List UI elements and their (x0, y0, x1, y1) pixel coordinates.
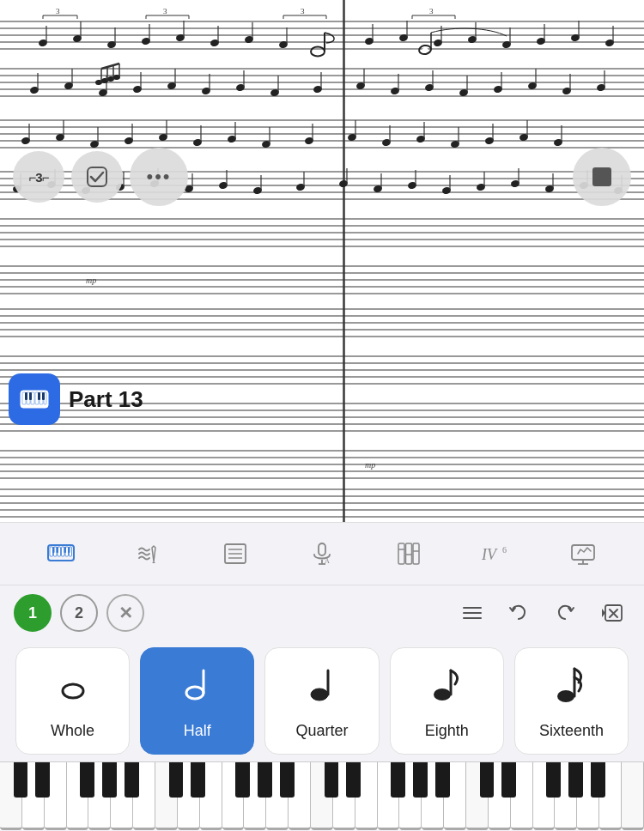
svg-rect-20 (52, 547, 55, 553)
part-label: Part 13 (69, 386, 143, 413)
sheet-music-area: Part 13 ⌐3⌐ ••• (0, 0, 644, 524)
svg-text:IV: IV (481, 546, 498, 563)
black-key-1-0[interactable] (169, 762, 184, 798)
svg-rect-23 (68, 547, 70, 553)
icon-toolbar: A IV 6 (0, 523, 644, 585)
svg-rect-22 (64, 547, 66, 553)
svg-rect-40 (572, 545, 594, 560)
number-row: 1 2 ✕ (0, 585, 644, 640)
black-key-2-2[interactable] (391, 762, 405, 798)
delete-icon (598, 602, 624, 624)
black-key-1-2[interactable] (235, 762, 250, 798)
toolbar-display-icon[interactable] (564, 535, 602, 573)
svg-rect-10 (38, 392, 40, 400)
black-key-3-0[interactable] (480, 762, 495, 798)
black-key-2-3[interactable] (413, 762, 428, 798)
sixteenth-note-label: Sixteenth (539, 722, 604, 740)
toolbar-lines-icon[interactable] (216, 535, 254, 573)
svg-point-50 (68, 688, 78, 695)
black-key-0-2[interactable] (80, 762, 94, 798)
black-key-3-4[interactable] (591, 762, 605, 798)
black-key-0-1[interactable] (35, 762, 50, 798)
quarter-note-label: Quarter (295, 722, 348, 740)
undo-icon (507, 602, 530, 624)
sixteenth-note-card[interactable]: Sixteenth (514, 647, 629, 755)
black-key-1-1[interactable] (191, 762, 205, 798)
svg-rect-17 (61, 547, 64, 556)
black-key-3-3[interactable] (568, 762, 583, 798)
white-key-28[interactable] (622, 762, 644, 830)
black-key-3-2[interactable] (546, 762, 561, 798)
check-button[interactable] (71, 151, 123, 203)
menu-icon (461, 602, 483, 624)
stop-button[interactable] (573, 148, 631, 206)
black-key-2-0[interactable] (325, 762, 339, 798)
half-note-icon (176, 664, 219, 713)
half-note-card[interactable]: Half (140, 647, 254, 755)
svg-rect-8 (25, 392, 27, 400)
piano-icon (19, 384, 50, 415)
toolbar-chord-icon[interactable]: IV 6 (477, 535, 515, 573)
svg-rect-32 (398, 543, 404, 564)
half-note-label: Half (184, 722, 211, 740)
svg-point-56 (434, 688, 451, 701)
svg-point-52 (191, 690, 199, 695)
number-1-button[interactable]: 1 (14, 594, 52, 632)
black-key-1-3[interactable] (258, 762, 272, 798)
svg-rect-14 (50, 547, 53, 556)
stop-icon (592, 167, 611, 186)
svg-rect-11 (42, 392, 45, 400)
svg-text:A: A (325, 557, 330, 565)
svg-point-58 (557, 690, 574, 702)
toolbar-mixer-icon[interactable] (390, 535, 428, 573)
black-key-2-4[interactable] (435, 762, 450, 798)
quarter-note-icon (301, 664, 343, 713)
undo-button[interactable] (500, 594, 538, 632)
menu-button[interactable] (453, 594, 491, 632)
quarter-note-card[interactable]: Quarter (264, 647, 379, 755)
svg-rect-34 (413, 543, 419, 564)
black-key-0-0[interactable] (14, 762, 28, 798)
svg-rect-9 (29, 392, 32, 400)
whole-note-label: Whole (51, 722, 94, 740)
toolbar-piano-icon[interactable] (42, 535, 80, 573)
black-key-0-3[interactable] (102, 762, 117, 798)
part-icon (9, 373, 60, 425)
triplet-label: ⌐3⌐ (29, 170, 49, 185)
svg-point-54 (311, 688, 328, 701)
black-key-0-4[interactable] (125, 762, 139, 798)
whole-note-card[interactable]: Whole (15, 647, 130, 755)
more-dots-icon: ••• (146, 166, 171, 188)
redo-button[interactable] (546, 594, 584, 632)
piano-keyboard (0, 761, 644, 830)
black-key-2-1[interactable] (346, 762, 361, 798)
number-2-button[interactable]: 2 (60, 594, 98, 632)
bottom-panel: A IV 6 (0, 522, 644, 831)
svg-rect-28 (319, 543, 325, 555)
more-button[interactable]: ••• (130, 148, 188, 206)
redo-icon (554, 602, 576, 624)
triplet-button[interactable]: ⌐3⌐ (13, 151, 64, 203)
eighth-note-icon (425, 664, 468, 713)
toolbar-edit-icon[interactable] (129, 535, 167, 573)
svg-text:6: 6 (502, 545, 507, 555)
toolbar-mic-icon[interactable]: A (303, 535, 341, 573)
check-icon (86, 166, 108, 188)
delete-button[interactable] (592, 594, 630, 632)
black-key-3-1[interactable] (501, 762, 516, 798)
eighth-note-card[interactable]: Eighth (390, 647, 504, 755)
black-key-1-4[interactable] (280, 762, 295, 798)
floating-toolbar: ⌐3⌐ ••• (13, 148, 188, 206)
whole-note-icon (52, 664, 94, 713)
svg-rect-21 (56, 547, 58, 553)
part-popup: Part 13 (9, 373, 143, 425)
eighth-note-label: Eighth (425, 722, 469, 740)
svg-rect-33 (406, 543, 412, 564)
sixteenth-note-icon (550, 664, 592, 713)
note-duration-cards: Whole Half Quarter (0, 640, 644, 761)
close-button[interactable]: ✕ (106, 594, 144, 632)
